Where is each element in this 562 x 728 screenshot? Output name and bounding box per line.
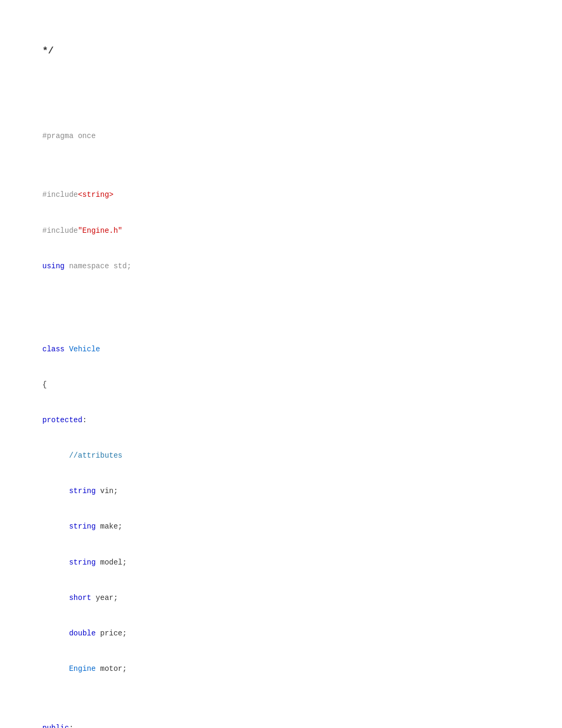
indent2 bbox=[42, 487, 69, 495]
top-comment-end: */ bbox=[42, 46, 54, 56]
protected-colon: : bbox=[83, 416, 87, 424]
attr-string-make: string bbox=[69, 522, 95, 531]
attr-engine: Engine bbox=[69, 665, 95, 673]
indent6 bbox=[42, 629, 69, 638]
include1-val: <string> bbox=[78, 190, 113, 199]
include1-prefix: #include bbox=[42, 190, 78, 199]
attr-price-name: price; bbox=[96, 629, 127, 638]
protected-label: protected bbox=[42, 416, 83, 424]
attr-vin-name: vin; bbox=[96, 487, 118, 495]
attr-model-name: model; bbox=[96, 558, 127, 567]
class-name: Vehicle bbox=[65, 345, 100, 353]
indent7 bbox=[42, 665, 69, 673]
using-line-using: using bbox=[42, 262, 65, 270]
indent4 bbox=[42, 558, 69, 567]
indent5 bbox=[42, 594, 69, 602]
attr-string-model: string bbox=[69, 558, 95, 567]
class-keyword: class bbox=[42, 345, 65, 353]
attr-short: short bbox=[69, 594, 91, 602]
public-label: public bbox=[42, 724, 69, 728]
code-editor: */ #pragma once #include<string> #includ… bbox=[42, 32, 520, 728]
using-line-namespace: namespace std; bbox=[65, 262, 131, 270]
indent3 bbox=[42, 522, 69, 531]
attr-year-name: year; bbox=[91, 594, 117, 602]
pragma-line: #pragma once bbox=[42, 132, 96, 140]
public-colon: : bbox=[69, 724, 73, 728]
attr-motor-name: motor; bbox=[96, 665, 127, 673]
include2-val: "Engine.h" bbox=[78, 226, 122, 235]
include2-prefix: #include bbox=[42, 226, 78, 235]
attr-make-name: make; bbox=[96, 522, 122, 531]
indent1 bbox=[42, 451, 69, 460]
open-brace: { bbox=[42, 380, 47, 389]
attr-string-vin: string bbox=[69, 487, 95, 495]
attr-double: double bbox=[69, 629, 95, 638]
comment-attributes: //attributes bbox=[69, 451, 122, 460]
